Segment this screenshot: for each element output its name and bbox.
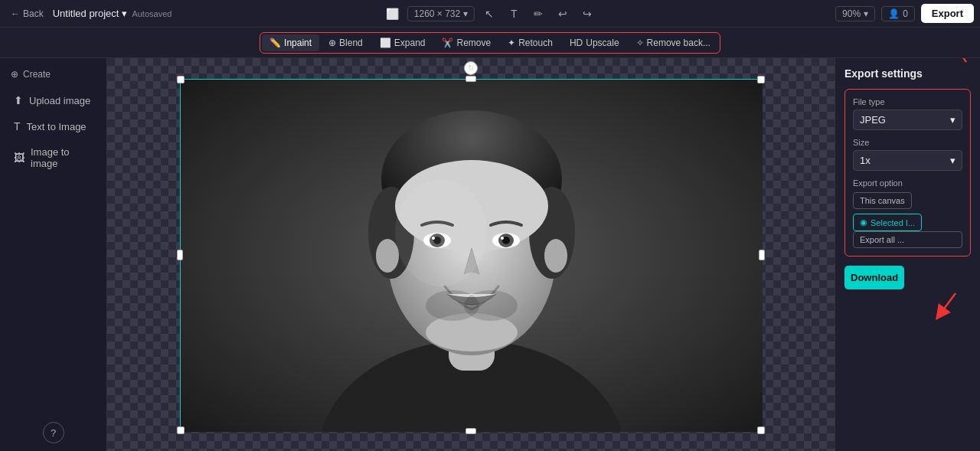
canvas-image — [181, 80, 763, 432]
zoom-display[interactable]: 90% ▾ — [835, 6, 875, 21]
image-to-image-label: Image to image — [31, 146, 93, 169]
expand-tool[interactable]: ⬜ Expand — [372, 34, 433, 51]
retouch-label: Retouch — [518, 38, 553, 48]
frame-icon[interactable]: ⬜ — [383, 4, 403, 24]
project-name-text: Untitled project — [53, 8, 119, 19]
svg-point-16 — [501, 237, 504, 240]
notification-button[interactable]: 👤 0 — [881, 6, 915, 21]
project-chevron-icon: ▾ — [122, 8, 127, 19]
inpaint-icon: ✏️ — [270, 38, 281, 48]
handle-bottom-center[interactable] — [466, 428, 476, 434]
handle-bottom-right[interactable] — [757, 426, 765, 434]
topbar-center: ⬜ 1260 × 732 ▾ ↖ T ✏ ↩ ↪ — [383, 4, 597, 24]
sidebar-bottom: ? — [6, 422, 100, 443]
svg-point-19 — [376, 239, 399, 273]
export-button[interactable]: Export — [921, 4, 974, 23]
selected-radio-icon: ◉ — [860, 217, 867, 227]
sidebar: ⊕ Create ⬆ Upload image T Text to Image … — [0, 58, 107, 451]
size-select[interactable]: 1x ▾ — [853, 150, 962, 171]
dimension-display[interactable]: 1260 × 732 ▾ — [407, 6, 475, 21]
export-all-button[interactable]: Export all ... — [853, 231, 962, 248]
back-button[interactable]: ← Back — [6, 6, 48, 21]
svg-point-18 — [426, 313, 518, 351]
handle-bottom-left[interactable] — [177, 426, 185, 434]
handle-top-center[interactable] — [466, 76, 476, 82]
handle-middle-right[interactable] — [759, 250, 765, 260]
notif-count: 0 — [903, 8, 908, 19]
blend-label: Blend — [339, 38, 363, 48]
export-panel-title: Export settings — [844, 67, 971, 80]
create-header: ⊕ Create — [6, 66, 100, 83]
download-container: Download — [844, 266, 971, 289]
sidebar-item-text-to-image[interactable]: T Text to Image — [6, 115, 100, 138]
cursor-icon[interactable]: ↖ — [479, 4, 499, 24]
sidebar-item-upload-image[interactable]: ⬆ Upload image — [6, 89, 100, 112]
upload-icon: ⬆ — [14, 94, 23, 106]
remove-icon: ✂️ — [442, 38, 453, 48]
undo-icon[interactable]: ↩ — [553, 4, 573, 24]
this-canvas-label: This canvas — [860, 196, 905, 205]
zoom-chevron: ▾ — [864, 8, 868, 19]
export-section: File type JPEG ▾ Size 1x ▾ Export option… — [844, 89, 971, 257]
handle-top-right[interactable] — [757, 76, 765, 83]
back-label: Back — [23, 8, 44, 19]
upscale-icon: HD — [570, 38, 583, 48]
remove-bg-label: Remove back... — [647, 38, 710, 48]
remove-tool[interactable]: ✂️ Remove — [434, 34, 498, 51]
remove-label: Remove — [456, 38, 491, 48]
svg-line-25 — [940, 293, 956, 314]
zoom-value: 90% — [842, 8, 861, 19]
svg-point-21 — [395, 179, 487, 286]
svg-line-24 — [951, 58, 966, 62]
sidebar-item-image-to-image[interactable]: 🖼 Image to image — [6, 141, 100, 175]
inpaint-label: Inpaint — [284, 38, 312, 48]
bottom-arrow-annotation — [933, 289, 963, 320]
upscale-tool[interactable]: HD Upscale — [562, 34, 627, 51]
help-icon: ? — [51, 427, 56, 439]
blend-icon: ⊕ — [328, 38, 336, 48]
text-to-image-label: Text to Image — [27, 121, 87, 132]
export-panel: Export settings File type JPEG ▾ Size 1x… — [835, 58, 980, 451]
topbar: ← Back Untitled project ▾ Autosaved ⬜ 12… — [0, 0, 980, 28]
redo-icon[interactable]: ↪ — [577, 4, 597, 24]
expand-label: Expand — [394, 38, 426, 48]
retouch-tool[interactable]: ✦ Retouch — [500, 34, 560, 51]
create-label: Create — [23, 69, 51, 80]
inpaint-tool[interactable]: ✏️ Inpaint — [262, 34, 319, 51]
pen-tool-icon[interactable]: ✏ — [528, 4, 548, 24]
text-tool-icon[interactable]: T — [504, 4, 524, 24]
project-name[interactable]: Untitled project ▾ — [53, 8, 128, 19]
selected-i-label: Selected I... — [871, 218, 915, 227]
dimension-chevron: ▾ — [463, 8, 468, 19]
this-canvas-option[interactable]: This canvas — [853, 192, 912, 209]
blend-tool[interactable]: ⊕ Blend — [321, 34, 371, 51]
remove-bg-icon: ✧ — [636, 38, 644, 48]
svg-point-20 — [544, 239, 567, 273]
size-label: Size — [853, 138, 962, 147]
size-value: 1x — [860, 155, 871, 166]
remove-bg-tool[interactable]: ✧ Remove back... — [629, 34, 718, 51]
download-button[interactable]: Download — [844, 266, 904, 289]
toolbar: ✏️ Inpaint ⊕ Blend ⬜ Expand ✂️ Remove ✦ … — [0, 28, 980, 58]
rotate-handle[interactable]: ↻ — [464, 61, 478, 75]
size-field: Size 1x ▾ — [853, 138, 962, 171]
handle-top-left[interactable] — [177, 76, 185, 83]
main-content: ⊕ Create ⬆ Upload image T Text to Image … — [0, 58, 980, 451]
dimension-value: 1260 × 732 — [414, 8, 460, 19]
handle-middle-left[interactable] — [177, 250, 183, 260]
canvas-image-container[interactable]: ↻ — [180, 79, 762, 431]
selected-i-option[interactable]: ◉ Selected I... — [853, 214, 922, 231]
size-chevron: ▾ — [950, 155, 956, 166]
top-arrow-annotation — [936, 58, 974, 66]
canvas-area[interactable]: ↻ — [107, 58, 835, 451]
create-icon: ⊕ — [11, 69, 18, 80]
file-type-select[interactable]: JPEG ▾ — [853, 109, 962, 130]
expand-icon: ⬜ — [380, 38, 391, 48]
text-to-image-icon: T — [14, 120, 21, 132]
export-option-label: Export option — [853, 178, 962, 188]
help-button[interactable]: ? — [43, 422, 64, 443]
topbar-left: ← Back Untitled project ▾ Autosaved — [6, 6, 172, 21]
svg-point-23 — [464, 290, 518, 321]
export-options: This canvas ◉ Selected I... — [853, 192, 962, 231]
export-all-label: Export all ... — [860, 235, 904, 244]
